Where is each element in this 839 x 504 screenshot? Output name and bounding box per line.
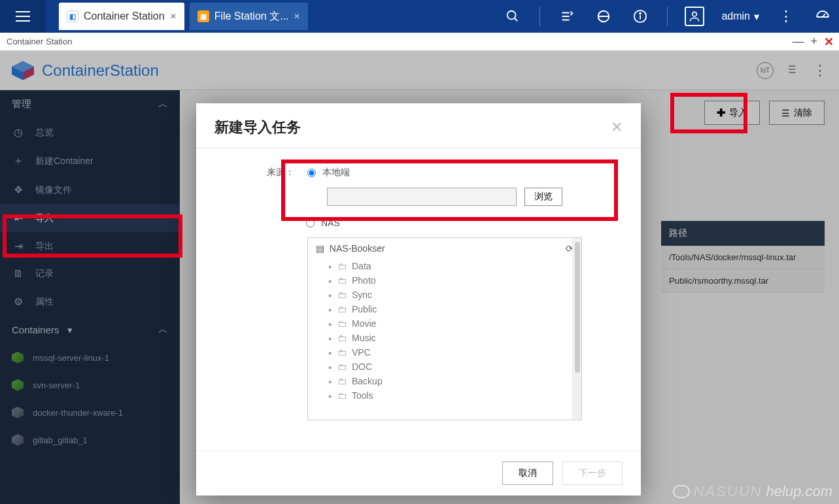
browse-button[interactable]: 浏览 (524, 188, 562, 206)
more-icon[interactable]: ⋮ (776, 7, 796, 26)
nas-tree: ▤ NAS-Bookser ⟳ ▸🗀Data▸🗀Photo▸🗀Sync▸🗀Pub… (307, 237, 582, 420)
tree-item[interactable]: ▸🗀Movie (308, 316, 581, 331)
tasks-icon[interactable] (557, 7, 577, 26)
tree-item[interactable]: ▸🗀Music (308, 331, 581, 345)
tree-item[interactable]: ▸🗀Photo (308, 273, 581, 288)
dialog-footer: 取消 下一步 (196, 450, 641, 496)
devices-icon[interactable] (594, 7, 613, 26)
divider (539, 7, 540, 26)
user-dropdown[interactable]: admin ▾ (721, 10, 759, 23)
username: admin (721, 10, 750, 22)
divider (667, 7, 668, 26)
dialog-body: 来源： 本地端 浏览 NAS ▤ NAS-Bookser ⟳ ▸🗀Data▸🗀P… (196, 148, 641, 450)
svg-point-5 (640, 13, 642, 14)
tree-item[interactable]: ▸🗀Tools (308, 388, 581, 403)
search-icon[interactable] (503, 7, 522, 26)
chevron-down-icon: ▾ (754, 10, 759, 23)
window-title: Container Station (7, 37, 72, 46)
menu-button[interactable] (0, 0, 46, 33)
arrow-icon: ▸ (329, 335, 332, 342)
close-icon[interactable]: ✕ (294, 12, 300, 21)
file-station-icon: ▣ (197, 10, 209, 22)
menu-icon (16, 11, 30, 22)
user-avatar-icon[interactable] (685, 7, 704, 26)
minimize-button[interactable]: — (792, 35, 804, 49)
dialog-header: 新建导入任务 ✕ (196, 103, 641, 148)
radio-local-label: 本地端 (322, 167, 350, 178)
tree-item[interactable]: ▸🗀Data (308, 259, 581, 273)
folder-icon: 🗀 (337, 333, 347, 343)
maximize-button[interactable]: + (810, 35, 817, 49)
radio-nas-label: NAS (321, 218, 340, 228)
svg-point-0 (507, 11, 516, 20)
arrow-icon: ▸ (329, 349, 332, 356)
radio-local[interactable] (307, 169, 316, 177)
folder-icon: 🗀 (337, 275, 347, 286)
arrow-icon: ▸ (329, 277, 332, 284)
local-path-input[interactable] (327, 188, 517, 206)
cancel-button[interactable]: 取消 (502, 462, 553, 485)
tree-item[interactable]: ▸🗀Sync (308, 288, 581, 302)
arrow-icon: ▸ (329, 306, 332, 313)
nas-icon: ▤ (316, 243, 324, 254)
folder-icon: 🗀 (337, 318, 347, 329)
os-topbar: ◧ Container Station ✕ ▣ File Station 文..… (0, 0, 839, 33)
tree-item[interactable]: ▸🗀VPC (308, 345, 581, 360)
folder-icon: 🗀 (337, 261, 347, 271)
arrow-icon: ▸ (329, 392, 332, 399)
folder-icon: 🗀 (337, 290, 347, 300)
os-tabs: ◧ Container Station ✕ ▣ File Station 文..… (59, 0, 313, 33)
nas-root-label: NAS-Bookser (330, 243, 385, 254)
info-icon[interactable] (630, 7, 650, 26)
source-label: 来源： (267, 167, 294, 178)
arrow-icon: ▸ (329, 263, 332, 270)
arrow-icon: ▸ (329, 320, 332, 328)
folder-icon: 🗀 (337, 376, 347, 386)
app-body: ContainerStation IoT ⋮ 管理 ︿ ◷ 总览 ＋ 新建Con… (0, 51, 839, 504)
dialog-close-button[interactable]: ✕ (611, 119, 623, 136)
dialog-title: 新建导入任务 (214, 118, 301, 137)
topbar-right: admin ▾ ⋮ (503, 0, 832, 33)
arrow-icon: ▸ (329, 292, 332, 299)
tab-label: Container Station (84, 10, 165, 22)
folder-icon: 🗀 (337, 390, 347, 401)
tree-item[interactable]: ▸🗀DOC (308, 360, 581, 374)
tab-label: File Station 文... (214, 10, 289, 24)
import-dialog: 新建导入任务 ✕ 来源： 本地端 浏览 NAS ▤ NAS-Bookser ⟳ (196, 103, 641, 496)
arrow-icon: ▸ (329, 363, 332, 371)
tree-item[interactable]: ▸🗀Public (308, 302, 581, 316)
dashboard-icon[interactable] (813, 7, 832, 26)
close-button[interactable]: ✕ (824, 35, 834, 49)
folder-icon: 🗀 (337, 304, 347, 314)
folder-icon: 🗀 (337, 347, 347, 358)
radio-nas[interactable] (306, 219, 315, 227)
next-button: 下一步 (562, 462, 623, 485)
container-station-icon: ◧ (67, 10, 78, 22)
window-chrome: Container Station — + ✕ (0, 33, 839, 51)
tab-container-station[interactable]: ◧ Container Station ✕ (59, 3, 184, 30)
tab-file-station[interactable]: ▣ File Station 文... ✕ (190, 3, 309, 30)
scrollbar[interactable] (572, 238, 581, 420)
arrow-icon: ▸ (329, 378, 332, 385)
tree-item[interactable]: ▸🗀Backup (308, 374, 581, 388)
close-icon[interactable]: ✕ (170, 12, 177, 21)
svg-point-6 (693, 12, 697, 16)
folder-icon: 🗀 (337, 361, 347, 372)
svg-line-1 (515, 18, 518, 22)
